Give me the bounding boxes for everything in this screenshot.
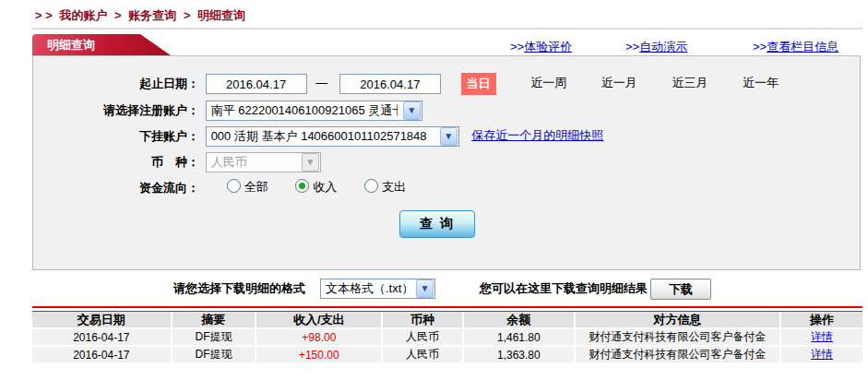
link-view-column-info[interactable]: >>查看栏目信息 <box>753 39 838 55</box>
table-row: 2016-04-17 DF提现 +150.00 人民币 1,363.80 财付通… <box>32 347 862 362</box>
link-auto-demo[interactable]: >>自动演示 <box>625 39 687 55</box>
chevron-down-icon: ▼ <box>403 101 421 120</box>
quick-range-year[interactable]: 近一年 <box>743 76 779 89</box>
download-result-label: 您可以在这里下载查询明细结果 <box>480 279 648 299</box>
currency-select: 人民币 ▼ <box>206 152 321 172</box>
header-balance: 余额 <box>464 312 574 327</box>
header-currency: 币种 <box>383 312 462 327</box>
chevron-down-icon: ▼ <box>302 153 319 172</box>
quick-range-month[interactable]: 近一月 <box>601 76 637 89</box>
cell-amount: +98.00 <box>256 329 381 345</box>
transactions-table: 交易日期 摘要 收入/支出 币种 余额 对方信息 操作 2016-04-17 D… <box>32 311 862 362</box>
quick-range-quarter[interactable]: 近三月 <box>672 76 707 89</box>
radio-unselected-icon[interactable] <box>364 179 378 193</box>
register-account-label: 请选择注册账户： <box>33 101 199 121</box>
breadcrumb-item-account-query[interactable]: 账务查询 <box>128 8 176 22</box>
breadcrumb-separator: > <box>184 8 191 22</box>
sub-account-row: 下挂账户： 000 活期 基本户 1406600101102571848 ▼ 保… <box>33 125 860 148</box>
header-summary: 摘要 <box>172 312 256 327</box>
cell-counterparty: 财付通支付科技有限公司客户备付金 <box>576 347 780 362</box>
cell-currency: 人民币 <box>383 329 462 345</box>
table-row: 2016-04-17 DF提现 +98.00 人民币 1,461.80 财付通支… <box>32 329 862 345</box>
detail-link[interactable]: 详情 <box>811 347 833 362</box>
date-range-dash: — <box>315 76 327 89</box>
cell-counterparty: 财付通支付科技有限公司客户备付金 <box>576 329 780 345</box>
cell-currency: 人民币 <box>383 347 462 362</box>
cell-date: 2016-04-17 <box>32 329 171 345</box>
date-range-row: 起止日期： — 当日 近一周 近一月 近三月 近一年 <box>33 73 860 95</box>
register-account-row: 请选择注册账户： 南平 6222001406100921065 灵通卡 ▼ <box>33 100 860 122</box>
download-row: 请您选择下载明细的格式 文本格式（.txt） ▼ 您可以在这里下载查询明细结果 … <box>0 279 868 301</box>
date-to-input[interactable] <box>339 74 441 94</box>
radio-unselected-icon[interactable] <box>227 179 241 193</box>
date-from-input[interactable] <box>206 74 307 94</box>
header-amount: 收入/支出 <box>256 312 381 327</box>
currency-label: 币 种： <box>33 152 199 172</box>
quick-range-week[interactable]: 近一周 <box>530 76 566 89</box>
currency-row: 币 种： 人民币 ▼ <box>33 151 860 173</box>
breadcrumb-prefix: > > <box>35 8 53 22</box>
header-action: 操作 <box>781 312 862 327</box>
breadcrumb: > > 我的账户 > 账务查询 > 明细查询 <box>35 7 249 24</box>
breadcrumb-item-detail-query[interactable]: 明细查询 <box>197 8 245 22</box>
cell-balance: 1,363.80 <box>464 347 574 362</box>
breadcrumb-separator: > <box>114 8 122 22</box>
flow-direction-label: 资金流向： <box>33 178 199 198</box>
flow-option-expense[interactable]: 支出 <box>364 180 406 194</box>
table-header-row: 交易日期 摘要 收入/支出 币种 余额 对方信息 操作 <box>32 312 862 327</box>
flow-option-all[interactable]: 全部 <box>227 180 268 194</box>
date-range-label: 起止日期： <box>33 74 199 94</box>
query-form-panel: 起止日期： — 当日 近一周 近一月 近三月 近一年 请选择注册账户： 南平 6… <box>32 55 861 270</box>
query-button[interactable]: 查 询 <box>399 210 475 238</box>
save-snapshot-link[interactable]: 保存近一个月的明细快照 <box>471 128 603 142</box>
breadcrumb-item-my-account[interactable]: 我的账户 <box>59 8 107 22</box>
cell-summary: DF提现 <box>172 347 256 362</box>
page-title-tab: 明细查询 <box>32 34 171 55</box>
breadcrumb-divider <box>32 28 862 30</box>
red-divider <box>32 306 862 308</box>
sub-account-label: 下挂账户： <box>33 126 199 147</box>
chevron-down-icon: ▼ <box>416 279 434 298</box>
cell-date: 2016-04-17 <box>32 347 171 362</box>
link-experience-review[interactable]: >>体验评价 <box>510 39 572 55</box>
register-account-select[interactable]: 南平 6222001406100921065 灵通卡 ▼ <box>206 101 422 121</box>
radio-selected-icon[interactable] <box>295 179 309 193</box>
flow-direction-row: 资金流向： 全部 收入 支出 <box>33 177 860 199</box>
header-date: 交易日期 <box>32 312 171 327</box>
chevron-down-icon: ▼ <box>440 127 458 146</box>
quick-range-today[interactable]: 当日 <box>461 73 496 95</box>
header-counterparty: 对方信息 <box>576 312 780 327</box>
cell-amount: +150.00 <box>256 347 381 362</box>
download-format-label: 请您选择下载明细的格式 <box>173 279 305 299</box>
sub-account-select[interactable]: 000 活期 基本户 1406600101102571848 ▼ <box>206 126 459 147</box>
download-format-select[interactable]: 文本格式（.txt） ▼ <box>320 279 435 299</box>
detail-link[interactable]: 详情 <box>811 329 833 345</box>
cell-balance: 1,461.80 <box>464 329 574 345</box>
cell-summary: DF提现 <box>172 329 256 345</box>
flow-option-income[interactable]: 收入 <box>295 180 337 194</box>
download-button[interactable]: 下载 <box>650 279 711 300</box>
